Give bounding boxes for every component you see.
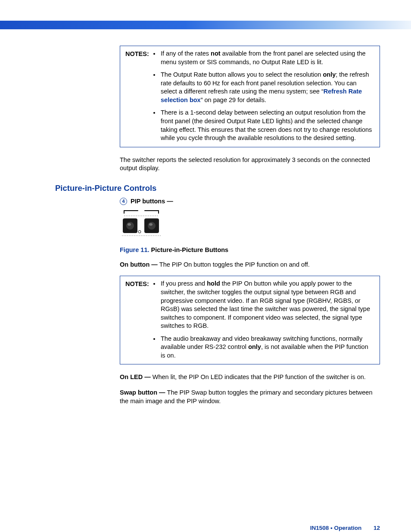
callout-number-icon: 4 (120, 198, 127, 205)
section-heading: Picture-in-Picture Controls (55, 183, 380, 194)
notes2-item-1: The audio breakaway and video breakaway … (160, 335, 374, 360)
on-led-para: On LED — When lit, the PIP On LED indica… (120, 373, 380, 382)
pip-figure (120, 209, 380, 243)
notes1-item-0: If any of the rates not available from t… (160, 50, 374, 66)
on-button-para: On button — The PIP On button toggles th… (120, 261, 380, 269)
svg-point-2 (126, 222, 134, 230)
notes-label: NOTES: (125, 50, 152, 59)
swap-button-para: Swap button — The PIP Swap button toggle… (120, 389, 380, 405)
notes-box-1: NOTES: If any of the rates not available… (120, 46, 380, 147)
figure-number: Figure 11. (120, 246, 149, 253)
page-body: NOTES: If any of the rates not available… (0, 29, 411, 532)
notes-list-1: If any of the rates not available from t… (152, 50, 374, 143)
page-footer: IN1508 • Operation 12 (310, 524, 380, 532)
notes-label-2: NOTES: (125, 280, 152, 289)
notes2-item-0: If you press and hold the PIP On button … (160, 280, 374, 330)
figure-title: Picture-in-Picture Buttons (149, 246, 229, 253)
notes1-item-1: The Output Rate button allows you to sel… (160, 71, 374, 104)
figure-caption: Figure 11. Picture-in-Picture Buttons (120, 246, 380, 255)
callout-row: 4 PIP buttons — (120, 197, 380, 206)
svg-point-4 (138, 230, 141, 233)
footer-page-number: 12 (374, 524, 380, 532)
notes1-item-2: There is a 1-second delay between select… (160, 109, 374, 142)
svg-point-7 (149, 223, 153, 226)
notes-box-2: NOTES: If you press and hold the PIP On … (120, 276, 380, 364)
svg-point-6 (148, 222, 156, 230)
after-notes-para: The switcher reports the selected resolu… (120, 156, 380, 173)
svg-point-3 (128, 223, 131, 226)
pip-buttons-label: PIP buttons — (131, 197, 173, 206)
notes-list-2: If you press and hold the PIP On button … (152, 280, 374, 361)
top-accent-bar (0, 21, 411, 29)
footer-doc: IN1508 • Operation (310, 525, 362, 531)
